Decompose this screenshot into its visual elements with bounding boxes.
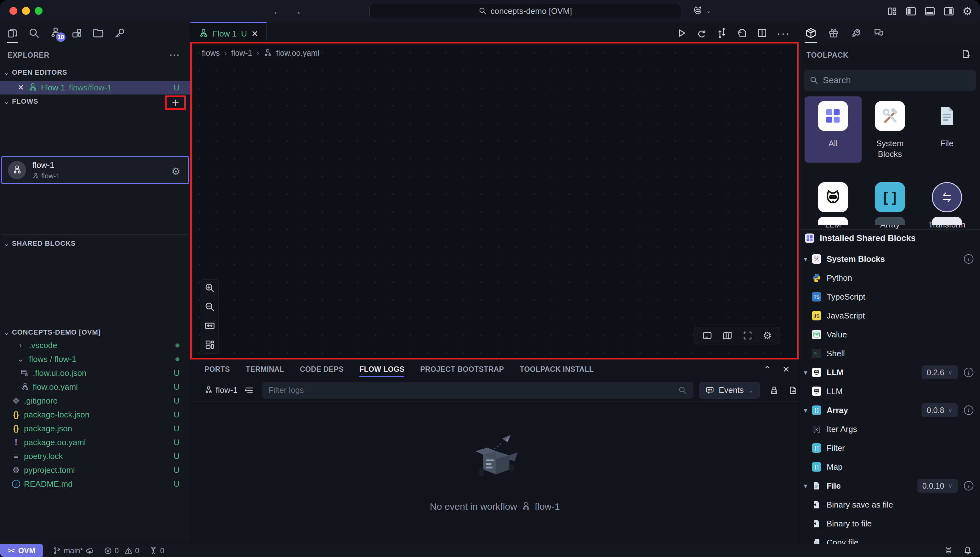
llm-version-dropdown[interactable]: 0.2.6∨ <box>922 365 958 379</box>
block-iter-args[interactable]: [x] Iter Args <box>800 420 980 438</box>
panel-tab-flow-logs[interactable]: FLOW LOGS <box>359 360 404 379</box>
block-shell[interactable]: >_ Shell <box>800 344 980 363</box>
toggle-right-sidebar-icon[interactable] <box>943 6 954 17</box>
toolpack-activity-button[interactable] <box>804 26 818 40</box>
add-flow-button[interactable]: + <box>172 96 179 110</box>
remote-indicator[interactable]: >< OVM <box>0 544 43 557</box>
block-copy-file[interactable]: Copy file <box>800 533 980 544</box>
flows-section-header[interactable]: ⌄ FLOWS <box>1 97 189 106</box>
fullscreen-icon[interactable] <box>743 331 752 340</box>
workspace-header[interactable]: ⌄ CONCEPTS-DEMO [OVM] <box>1 324 189 337</box>
clear-logs-icon[interactable] <box>769 386 779 395</box>
ports-status[interactable]: 0 <box>149 546 164 555</box>
flow-settings-gear-icon[interactable]: ⚙ <box>171 165 180 178</box>
io-ports-icon[interactable] <box>717 28 727 38</box>
tree-file-gitignore[interactable]: .gitignoreU <box>0 394 190 408</box>
tree-file-package-lock[interactable]: {} package-lock.jsonU <box>0 408 190 422</box>
group-llm[interactable]: ▾ LLM 0.2.6∨ i <box>800 363 980 382</box>
group-system-blocks[interactable]: ▾ System Blocks i <box>800 249 980 269</box>
folder-activity-button[interactable] <box>91 26 105 40</box>
traffic-zoom-button[interactable] <box>35 7 42 15</box>
tree-file-flow-ui-json[interactable]: .flow.ui.oo.jsonU <box>0 366 190 380</box>
open-editor-row[interactable]: ✕ Flow 1 flows/flow-1 U <box>0 81 190 94</box>
problems-status[interactable]: 0 0 <box>104 546 140 555</box>
traffic-close-button[interactable] <box>10 7 17 15</box>
info-icon[interactable]: i <box>964 481 973 490</box>
bootstrap-activity-button[interactable] <box>849 26 863 40</box>
log-tree-toggle-icon[interactable] <box>244 386 254 395</box>
canvas-settings-gear-icon[interactable]: ⚙ <box>763 329 772 342</box>
tree-file-package-json[interactable]: {} package.jsonU <box>0 422 190 435</box>
tab-close-icon[interactable]: ✕ <box>251 29 258 39</box>
toggle-panel-icon[interactable] <box>702 331 712 340</box>
toggle-bottom-panel-icon[interactable] <box>925 6 935 17</box>
rerun-icon[interactable] <box>696 28 707 38</box>
explorer-more-icon[interactable]: ⋯ <box>169 49 180 61</box>
block-python[interactable]: Python <box>800 269 980 287</box>
tree-folder-vscode[interactable]: ›.vscode <box>0 338 190 352</box>
block-map[interactable]: [ ] Map <box>800 458 980 476</box>
info-icon[interactable]: i <box>964 254 973 264</box>
split-editor-icon[interactable] <box>757 28 767 38</box>
block-binary-save-as-file[interactable]: Binary save as file <box>800 495 980 514</box>
toggle-left-sidebar-icon[interactable] <box>906 6 917 17</box>
customize-layout-icon[interactable] <box>887 6 897 17</box>
close-panel-icon[interactable]: ✕ <box>783 364 790 375</box>
run-flow-icon[interactable] <box>676 28 687 38</box>
array-version-dropdown[interactable]: 0.0.8∨ <box>922 403 958 417</box>
new-toolpack-icon[interactable] <box>960 49 971 59</box>
search-activity-button[interactable] <box>27 26 41 40</box>
tab-flow-1[interactable]: Flow 1 U ✕ <box>190 22 267 44</box>
back-button[interactable]: ← <box>271 5 284 17</box>
forward-button[interactable]: → <box>290 5 303 17</box>
chat-activity-button[interactable] <box>872 26 886 40</box>
fit-width-icon[interactable] <box>205 321 215 331</box>
breadcrumb-file[interactable]: flow.oo.yaml <box>276 49 320 58</box>
block-javascript[interactable]: JS JavaScript <box>800 306 980 325</box>
export-flow-icon[interactable] <box>736 28 747 38</box>
tree-folder-flows-flow-1[interactable]: ⌄flows / flow-1 <box>0 352 190 366</box>
breadcrumb-flows[interactable]: flows <box>202 49 220 58</box>
category-tile-system-blocks[interactable]: System Blocks <box>861 96 918 163</box>
panel-tab-ports[interactable]: PORTS <box>205 360 230 379</box>
notifications-bell-icon[interactable] <box>963 546 972 555</box>
block-binary-to-file[interactable]: Binary to file <box>800 514 980 533</box>
shared-blocks-header[interactable]: ⌄ SHARED BLOCKS <box>1 235 189 248</box>
panel-tab-toolpack-install[interactable]: TOOLPACK INSTALL <box>520 360 593 379</box>
more-actions-icon[interactable]: ··· <box>777 27 790 39</box>
settings-gear-icon[interactable]: ⚙ <box>962 5 972 18</box>
category-tile-file[interactable]: File <box>918 96 975 163</box>
filter-logs-input[interactable]: Filter logs <box>262 382 694 399</box>
command-center-search[interactable]: concepts-demo [OVM] <box>369 4 681 18</box>
breadcrumb-flow-1[interactable]: flow-1 <box>231 49 252 58</box>
maximize-panel-icon[interactable]: ⌃ <box>764 364 771 375</box>
panel-tab-project-bootstrap[interactable]: PROJECT BOOTSTRAP <box>420 360 504 379</box>
block-llm[interactable]: LLM <box>800 382 980 401</box>
block-value[interactable]: Value <box>800 325 980 344</box>
panel-tab-terminal[interactable]: TERMINAL <box>245 360 284 379</box>
close-editor-icon[interactable]: ✕ <box>18 83 24 92</box>
auto-layout-icon[interactable] <box>205 339 215 350</box>
zoom-out-icon[interactable] <box>205 301 215 312</box>
group-file[interactable]: ▾ File 0.0.10∨ i <box>800 476 980 495</box>
flow-selector[interactable]: flow-1 <box>205 385 237 395</box>
cat-status-icon[interactable] <box>943 546 954 556</box>
tree-file-package-oo-yaml[interactable]: ! package.oo.yamlU <box>0 435 190 449</box>
block-typescript[interactable]: TS TypeScript <box>800 287 980 306</box>
secrets-activity-button[interactable] <box>113 26 127 40</box>
tree-file-poetry-lock[interactable]: ≡ poetry.lockU <box>0 449 190 463</box>
tree-file-pyproject[interactable]: ⚙ pyproject.tomlU <box>0 463 190 477</box>
category-tile-all[interactable]: All <box>804 96 861 163</box>
blocks-activity-button[interactable] <box>70 26 84 40</box>
block-filter[interactable]: [ ] Filter <box>800 438 980 458</box>
events-filter-dropdown[interactable]: Events ⌄ <box>699 382 759 399</box>
zoom-in-icon[interactable] <box>205 283 215 293</box>
info-icon[interactable]: i <box>964 406 973 415</box>
panel-tab-code-deps[interactable]: CODE DEPS <box>300 360 344 379</box>
marketplace-activity-button[interactable] <box>827 26 840 40</box>
flow-canvas[interactable]: flows › flow-1 › flow.oo.yaml ⚙ <box>190 44 799 359</box>
flow-card-flow-1[interactable]: flow-1 flow-1 ⚙ <box>1 156 189 184</box>
open-editors-header[interactable]: ⌄ OPEN EDITORS <box>1 68 67 77</box>
traffic-minimize-button[interactable] <box>22 7 30 15</box>
minimap-icon[interactable] <box>722 331 733 340</box>
